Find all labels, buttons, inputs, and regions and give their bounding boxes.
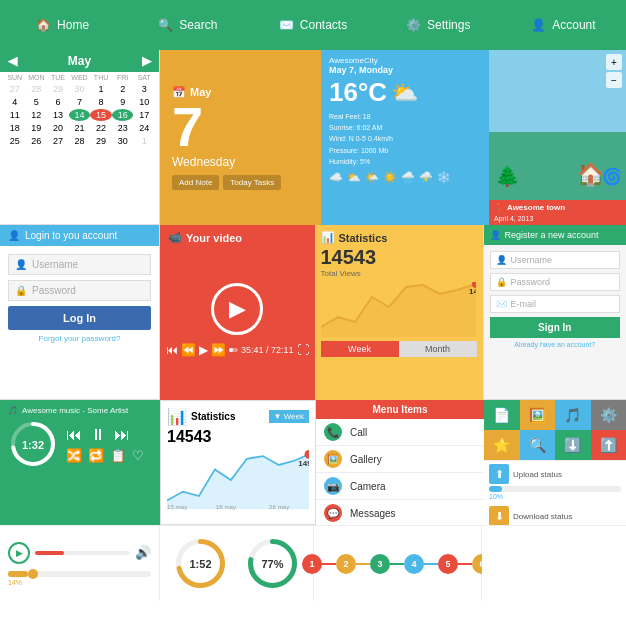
download-status-widget: ⬇ Download status 68% [484,503,626,525]
cal-day[interactable]: 1 [133,135,155,147]
icon-grid-item[interactable]: 🖼️ [520,400,556,430]
sign-in-button[interactable]: Sign In [490,317,621,338]
prev-track-button[interactable]: ⏮ [66,426,82,444]
cal-day[interactable]: 29 [90,135,112,147]
menu-item[interactable]: 📷Camera [316,473,484,500]
nav-item-settings[interactable]: ⚙️ Settings [376,0,501,50]
cal-day[interactable]: 11 [4,109,26,121]
cal-day[interactable]: 10 [133,96,155,108]
video-progress-bar[interactable] [229,348,238,352]
icon-grid-item[interactable]: ⭐ [484,430,520,460]
nav-account-label: Account [552,18,595,32]
stats-chart-svg: 149 [321,282,476,337]
cal-day[interactable]: 15 [90,109,112,121]
cal-day[interactable]: 8 [90,96,112,108]
step-dot[interactable]: 5 [438,554,458,574]
icon-grid-item[interactable]: ⚙️ [591,400,627,430]
cal-day[interactable]: 22 [90,122,112,134]
login-button[interactable]: Log In [8,306,151,330]
cal-day[interactable]: 21 [69,122,91,134]
video-play-btn[interactable]: ▶ [199,343,208,357]
icon-grid-item[interactable]: ⬇️ [555,430,591,460]
cal-day[interactable]: 29 [47,83,69,95]
step-dot[interactable]: 4 [404,554,424,574]
icon-grid-item[interactable]: 🎵 [555,400,591,430]
nav-item-contacts[interactable]: ✉️ Contacts [250,0,375,50]
cal-day[interactable]: 12 [26,109,48,121]
cal-day[interactable]: 23 [112,122,134,134]
cal-day[interactable]: 3 [133,83,155,95]
audio-play-button[interactable]: ▶ [8,542,30,564]
fullscreen-icon[interactable]: ⛶ [297,343,309,357]
cal-day[interactable]: 27 [4,83,26,95]
step-dot[interactable]: 3 [370,554,390,574]
volume-icon[interactable]: 🔊 [135,545,151,560]
step-dot[interactable]: 2 [336,554,356,574]
cal-day[interactable]: 17 [133,109,155,121]
add-note-button[interactable]: Add Note [172,175,219,190]
next-button[interactable]: ⏩ [211,343,226,357]
reg-password-field[interactable]: 🔒 Password [490,273,621,291]
calendar-widget: ◀ May ▶ SUNMONTUEWEDTHUFRISAT 2728293012… [0,50,160,225]
cal-day[interactable]: 7 [69,96,91,108]
zoom-in-button[interactable]: + [606,54,622,70]
username-field[interactable]: 👤 Username [8,254,151,275]
playlist-icon[interactable]: 📋 [110,448,126,463]
music-heart-icon[interactable]: ♡ [132,448,144,463]
cal-day[interactable]: 2 [112,83,134,95]
cal-day[interactable]: 18 [4,122,26,134]
icon-grid-item[interactable]: 🔍 [520,430,556,460]
cal-day[interactable]: 6 [47,96,69,108]
cal-day[interactable]: 9 [112,96,134,108]
stats2-week-dropdown[interactable]: ▼ Week [269,410,309,423]
play-button[interactable]: ▶ [211,283,263,335]
map-widget: 🌲 🏠 🌀 + − 📍 Awesome town April 4, 2013 [489,50,626,225]
cal-day[interactable]: 30 [112,135,134,147]
cal-day[interactable]: 27 [47,135,69,147]
seek-thumb[interactable] [28,569,38,579]
cal-day[interactable]: 4 [4,96,26,108]
repeat-icon[interactable]: 🔁 [88,448,104,463]
today-tasks-button[interactable]: Today Tasks [223,175,281,190]
cal-day[interactable]: 1 [90,83,112,95]
next-track-button[interactable]: ⏭ [114,426,130,444]
menu-item[interactable]: 💬Messages [316,500,484,525]
cal-day[interactable]: 14 [69,109,91,121]
cal-day[interactable]: 5 [26,96,48,108]
cal-day[interactable]: 28 [26,83,48,95]
forgot-password-link[interactable]: Forgot your password? [8,334,151,343]
already-account-link[interactable]: Already have an account? [490,341,621,348]
icon-grid-item[interactable]: 📄 [484,400,520,430]
stats-total-num: 14543 [321,246,377,269]
cal-day[interactable]: 30 [69,83,91,95]
password-field[interactable]: 🔒 Password [8,280,151,301]
menu-item[interactable]: 🖼️Gallery [316,446,484,473]
cal-day[interactable]: 16 [112,109,134,121]
nav-item-search[interactable]: 🔍 Search [125,0,250,50]
pause-button[interactable]: ⏸ [90,426,106,444]
reg-username-field[interactable]: 👤 Username [490,251,621,269]
nav-item-account[interactable]: 👤 Account [501,0,626,50]
cal-day[interactable]: 19 [26,122,48,134]
cal-day[interactable]: 25 [4,135,26,147]
cal-day[interactable]: 28 [69,135,91,147]
week-tab-button[interactable]: Week [321,341,399,357]
prev-button[interactable]: ⏪ [181,343,196,357]
cal-day[interactable]: 20 [47,122,69,134]
zoom-out-button[interactable]: − [606,72,622,88]
rewind-button[interactable]: ⏮ [166,343,178,357]
weather-forecast-icon: ☀️ [383,171,397,184]
cal-day[interactable]: 24 [133,122,155,134]
shuffle-icon[interactable]: 🔀 [66,448,82,463]
month-tab-button[interactable]: Month [399,341,477,357]
account-icon: 👤 [531,18,546,32]
nav-item-home[interactable]: 🏠 Home [0,0,125,50]
icon-grid-item[interactable]: ⬆️ [591,430,627,460]
cal-day[interactable]: 26 [26,135,48,147]
reg-email-field[interactable]: ✉️ E-mail [490,295,621,313]
step-dot[interactable]: 1 [302,554,322,574]
menu-item[interactable]: 📞Call [316,419,484,446]
cal-prev-btn[interactable]: ◀ [8,54,17,68]
cal-day[interactable]: 13 [47,109,69,121]
cal-next-btn[interactable]: ▶ [142,54,151,68]
